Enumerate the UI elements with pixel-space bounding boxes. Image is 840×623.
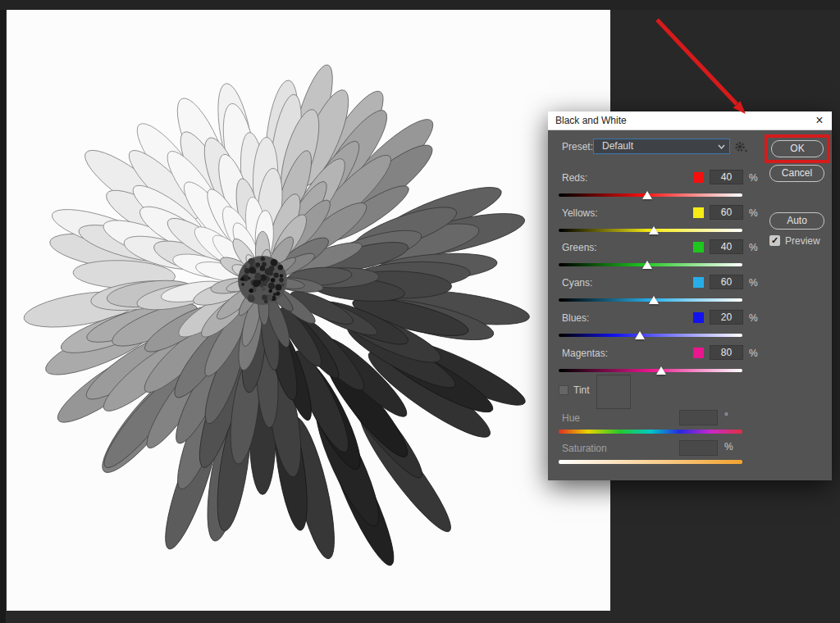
channel-color-swatch — [693, 207, 704, 218]
saturation-slider-track — [559, 460, 742, 464]
channel-unit: % — [749, 312, 758, 324]
preset-dropdown[interactable]: Default — [593, 139, 730, 154]
preview-checkbox[interactable]: ✓ — [769, 235, 780, 246]
channel-slider-track[interactable] — [559, 229, 742, 232]
workspace-top-edge — [0, 0, 840, 10]
document-canvas[interactable] — [7, 10, 610, 611]
check-icon: ✓ — [771, 235, 778, 245]
hue-value-input — [679, 410, 718, 425]
slider-thumb[interactable] — [635, 331, 645, 339]
channel-color-swatch — [693, 312, 704, 323]
dialog-titlebar[interactable]: Black and White × — [548, 111, 832, 130]
flower-image — [7, 10, 610, 611]
channel-unit: % — [749, 172, 758, 184]
channel-label: Greens: — [562, 242, 597, 253]
channel-unit: % — [749, 348, 758, 359]
preset-selected-value: Default — [602, 139, 633, 153]
channel-slider-track[interactable] — [559, 193, 742, 197]
channel-label: Cyans: — [562, 277, 592, 289]
hue-unit: ° — [724, 412, 728, 422]
chevron-down-icon — [718, 143, 725, 150]
channel-value-input[interactable]: 60 — [710, 275, 743, 289]
channel-color-swatch — [693, 348, 704, 358]
saturation-label: Saturation — [562, 443, 607, 454]
channel-label: Reds: — [562, 172, 587, 184]
channel-label: Yellows: — [562, 207, 598, 219]
channel-slider-track[interactable] — [559, 334, 742, 337]
dialog-title: Black and White — [555, 111, 627, 130]
ok-button-highlight-annotation — [765, 134, 830, 163]
saturation-unit: % — [724, 442, 733, 452]
gear-icon[interactable] — [734, 141, 749, 152]
channel-unit: % — [749, 242, 758, 253]
channel-label: Blues: — [562, 312, 589, 324]
channel-value-input[interactable]: 40 — [710, 170, 743, 184]
channel-unit: % — [749, 277, 758, 289]
tint-color-swatch[interactable] — [596, 375, 631, 409]
saturation-value-input — [679, 440, 718, 456]
slider-thumb[interactable] — [656, 366, 666, 375]
channel-unit: % — [749, 207, 758, 219]
channel-value-input[interactable]: 80 — [710, 345, 743, 360]
channel-label: Magentas: — [562, 348, 608, 359]
slider-thumb[interactable] — [649, 226, 659, 234]
channel-value-input[interactable]: 40 — [710, 239, 743, 254]
close-icon[interactable]: × — [811, 111, 828, 130]
cancel-button[interactable]: Cancel — [769, 165, 824, 182]
preview-label: Preview — [785, 236, 820, 247]
channel-slider-track[interactable] — [559, 369, 742, 372]
workspace-left-edge — [0, 0, 6, 623]
channel-color-swatch — [693, 242, 704, 252]
tint-checkbox[interactable] — [559, 385, 568, 395]
auto-button[interactable]: Auto — [769, 212, 824, 230]
channel-color-swatch — [693, 277, 704, 288]
channel-value-input[interactable]: 60 — [710, 205, 743, 220]
slider-thumb[interactable] — [642, 191, 652, 199]
slider-thumb[interactable] — [642, 261, 652, 269]
channel-value-input[interactable]: 20 — [710, 310, 743, 325]
tint-label: Tint — [573, 385, 590, 396]
hue-slider-track — [559, 430, 742, 434]
channel-slider-track[interactable] — [559, 298, 742, 302]
preset-label: Preset: — [562, 142, 593, 152]
hue-label: Hue — [562, 413, 580, 424]
channel-color-swatch — [693, 172, 704, 183]
slider-thumb[interactable] — [649, 296, 659, 304]
channel-slider-track[interactable] — [559, 263, 742, 266]
black-and-white-dialog: Black and White × Preset: Default OK Can… — [548, 111, 832, 480]
